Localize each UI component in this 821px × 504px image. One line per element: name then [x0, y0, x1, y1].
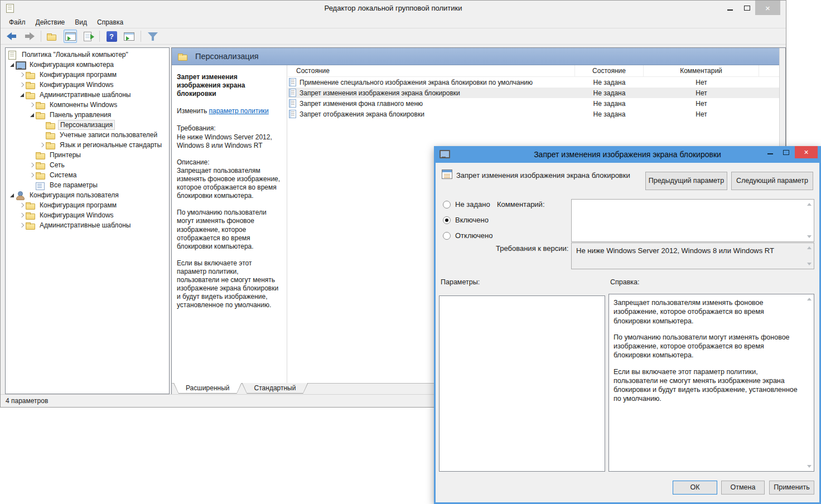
- ok-button[interactable]: ОК: [673, 481, 717, 495]
- tree-item-windows-settings-computer[interactable]: Конфигурация Windows: [6, 80, 169, 90]
- tree-item-control-panel[interactable]: Панель управления: [6, 110, 169, 120]
- all-settings-icon: [36, 181, 45, 190]
- version-field[interactable]: Не ниже Windows Server 2012, Windows 8 и…: [571, 243, 814, 269]
- minimize-button[interactable]: [722, 1, 738, 15]
- policy-doc-icon: [289, 78, 296, 86]
- menu-file[interactable]: Файл: [4, 17, 31, 27]
- tree-item-printers[interactable]: Принтеры: [6, 150, 169, 160]
- description-paragraph: Если вы включаете этот параметр политики…: [177, 259, 282, 310]
- menu-help[interactable]: Справка: [92, 17, 128, 27]
- category-header: Персонализация: [172, 48, 779, 65]
- expand-arrow-icon[interactable]: [18, 201, 26, 209]
- maximize-button[interactable]: [738, 1, 755, 15]
- back-icon: [7, 32, 17, 40]
- column-header-setting[interactable]: Состояние: [288, 65, 575, 77]
- tree-item-windows-settings-user[interactable]: Конфигурация Windows: [6, 210, 169, 220]
- description-label: Описание:: [177, 158, 282, 167]
- close-button[interactable]: ×: [755, 1, 780, 15]
- scroll-up-icon[interactable]: [807, 246, 812, 249]
- tree-item-personalization[interactable]: Персонализация: [6, 120, 169, 130]
- expand-arrow-icon[interactable]: [28, 171, 36, 179]
- dialog-close-button[interactable]: ×: [795, 146, 818, 158]
- column-header-comment[interactable]: Комментарий: [644, 65, 759, 77]
- options-box[interactable]: [439, 295, 605, 472]
- main-titlebar[interactable]: Редактор локальной групповой политики ×: [1, 1, 786, 16]
- dialog-titlebar[interactable]: Запрет изменения изображения экрана блок…: [434, 146, 821, 163]
- show-window-icon: [124, 32, 134, 41]
- help-box[interactable]: Запрещает пользователям изменять фоновое…: [608, 294, 814, 472]
- radio-checked-icon[interactable]: [443, 216, 451, 224]
- policy-row[interactable]: Запрет изменения фона главного меню Не з…: [288, 98, 779, 109]
- folder-icon: [26, 81, 35, 89]
- apply-button[interactable]: Применить: [769, 481, 814, 495]
- help-paragraph: По умолчанию пользователи могут изменять…: [614, 333, 803, 360]
- tab-extended[interactable]: Расширенный: [173, 383, 242, 394]
- close-icon: ×: [804, 148, 808, 157]
- expand-arrow-icon[interactable]: [28, 161, 36, 169]
- scroll-down-icon[interactable]: [807, 263, 812, 265]
- folder-icon: [178, 52, 187, 61]
- tree-item-administrative-templates-computer[interactable]: Административные шаблоны: [6, 90, 169, 100]
- tree-item-windows-components[interactable]: Компоненты Windows: [6, 100, 169, 110]
- collapse-arrow-icon[interactable]: [28, 111, 36, 119]
- tree-item-policy-root[interactable]: Политика "Локальный компьютер": [6, 50, 169, 60]
- export-list-button[interactable]: [81, 30, 94, 43]
- radio-icon[interactable]: [443, 232, 451, 240]
- scroll-down-icon[interactable]: [807, 235, 812, 238]
- expand-arrow-icon[interactable]: [18, 221, 26, 229]
- tree-item-user-configuration[interactable]: Конфигурация пользователя: [6, 190, 169, 200]
- next-setting-button[interactable]: Следующий параметр: [731, 172, 813, 190]
- expand-arrow-icon[interactable]: [18, 211, 26, 219]
- menu-view[interactable]: Вид: [70, 17, 92, 27]
- dialog-minimize-button[interactable]: [763, 146, 777, 158]
- tree-item-all-settings[interactable]: Все параметры: [6, 180, 169, 190]
- show-window-button[interactable]: [122, 30, 136, 43]
- expand-arrow-icon[interactable]: [38, 141, 46, 149]
- up-one-level-button[interactable]: [46, 30, 60, 43]
- policy-row-selected[interactable]: Запрет изменения изображения экрана блок…: [288, 88, 779, 98]
- cancel-button[interactable]: Отмена: [721, 481, 765, 495]
- folder-icon: [26, 71, 35, 79]
- filter-button[interactable]: [146, 30, 160, 43]
- tree-item-user-accounts[interactable]: Учетные записи пользователей: [6, 130, 169, 140]
- radio-not-configured[interactable]: Не задано: [443, 200, 490, 209]
- tree-item-software-settings-user[interactable]: Конфигурация программ: [6, 200, 169, 210]
- scroll-down-icon[interactable]: [807, 465, 812, 468]
- expand-arrow-icon[interactable]: [28, 101, 36, 109]
- radio-icon[interactable]: [443, 201, 451, 209]
- back-button[interactable]: [5, 30, 18, 43]
- radio-enabled[interactable]: Включено: [443, 216, 489, 224]
- tree-item-system[interactable]: Система: [6, 170, 169, 180]
- computer-icon: [16, 61, 25, 69]
- expand-arrow-icon[interactable]: [18, 71, 26, 79]
- previous-setting-button[interactable]: Предыдущий параметр: [645, 172, 727, 190]
- console-tree: Политика "Локальный компьютер" Конфигура…: [5, 47, 170, 394]
- column-header-filler: [759, 65, 779, 77]
- policy-row[interactable]: Запрет отображения экрана блокировки Не …: [288, 109, 779, 119]
- tab-standard[interactable]: Стандартный: [242, 383, 308, 394]
- tree-item-language-regional[interactable]: Язык и региональные стандарты: [6, 140, 169, 150]
- expand-arrow-icon[interactable]: [18, 81, 26, 89]
- forward-button[interactable]: [22, 30, 36, 43]
- policy-row[interactable]: Применение специального изображения экра…: [288, 77, 779, 88]
- collapse-arrow-icon[interactable]: [8, 191, 16, 199]
- menu-action[interactable]: Действие: [31, 17, 70, 27]
- dialog-maximize-button[interactable]: [779, 146, 793, 158]
- description-paragraph: Запрещает пользователям изменять фоновое…: [177, 167, 282, 200]
- comment-textarea[interactable]: [571, 199, 814, 242]
- show-console-tree-button[interactable]: [64, 30, 77, 43]
- collapse-arrow-icon[interactable]: [18, 91, 26, 99]
- tree-item-network[interactable]: Сеть: [6, 160, 169, 170]
- collapse-arrow-icon[interactable]: [8, 61, 16, 69]
- edit-policy-link[interactable]: параметр политики: [209, 107, 268, 115]
- tree-item-computer-configuration[interactable]: Конфигурация компьютера: [6, 60, 169, 70]
- tree-item-administrative-templates-user[interactable]: Административные шаблоны: [6, 220, 169, 230]
- folder-icon: [26, 91, 35, 99]
- radio-disabled[interactable]: Отключено: [443, 231, 492, 240]
- folder-icon: [46, 121, 55, 129]
- scroll-up-icon[interactable]: [807, 298, 812, 301]
- help-button[interactable]: ?: [105, 30, 118, 43]
- scroll-up-icon[interactable]: [807, 203, 812, 206]
- column-header-state[interactable]: Состояние: [575, 65, 644, 77]
- tree-item-software-settings-computer[interactable]: Конфигурация программ: [6, 70, 169, 80]
